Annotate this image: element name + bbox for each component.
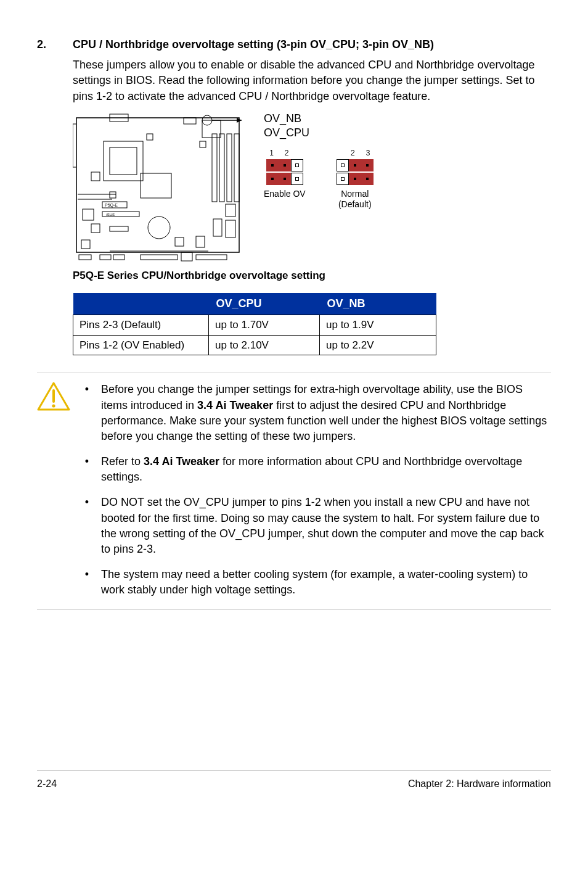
svg-rect-35 <box>113 255 125 260</box>
caution-callout: • Before you change the jumper settings … <box>37 373 551 609</box>
svg-rect-24 <box>91 224 100 233</box>
jumper-label-nb: OV_NB <box>264 112 301 126</box>
callout-bold: 3.4 Ai Tweaker <box>144 455 219 468</box>
row-label: Pins 2-3 (Default) <box>73 315 209 335</box>
jumper-caption-default: (Default) <box>338 199 372 209</box>
table-header-ov-nb: OV_NB <box>320 293 436 315</box>
row-ov-nb: up to 2.2V <box>320 335 436 355</box>
row-ov-cpu: up to 1.70V <box>209 315 320 335</box>
svg-rect-10 <box>212 134 217 202</box>
pin-num: 2 <box>285 148 289 159</box>
callout-item: • DO NOT set the OV_CPU jumper to pins 1… <box>84 495 551 557</box>
motherboard-diagram: P5Q-E /SUS <box>73 112 244 265</box>
jumper-enable-ov: 1 2 Enable OV <box>264 148 306 200</box>
row-ov-cpu: up to 2.10V <box>209 335 320 355</box>
section-title: CPU / Northbridge overvoltage setting (3… <box>73 37 434 52</box>
svg-rect-38 <box>196 255 227 260</box>
row-label: Pins 1-2 (OV Enabled) <box>73 335 209 355</box>
bullet-icon: • <box>84 382 90 444</box>
jumper-normal: 2 3 Normal ( <box>337 148 374 210</box>
svg-rect-0 <box>76 118 239 252</box>
svg-rect-26 <box>110 226 128 231</box>
pin-num: 1 <box>269 148 274 159</box>
table-row: Pins 2-3 (Default) up to 1.70V up to 1.9… <box>73 315 436 335</box>
callout-text: Refer to <box>101 455 144 468</box>
callout-item: • Before you change the jumper settings … <box>84 382 551 444</box>
bullet-icon: • <box>84 454 90 485</box>
jumper-caption-normal: Normal <box>341 189 369 199</box>
svg-rect-19 <box>110 192 116 198</box>
svg-rect-29 <box>196 236 205 247</box>
svg-rect-28 <box>175 237 184 246</box>
callout-text: The system may need a better cooling sys… <box>101 568 528 596</box>
svg-rect-31 <box>213 219 222 236</box>
section-body: These jumpers allow you to enable or dis… <box>73 57 551 104</box>
svg-rect-8 <box>110 147 137 175</box>
pin-num: 3 <box>366 148 370 159</box>
chapter-label: Chapter 2: Hardware information <box>408 777 551 791</box>
diagram-title: P5Q-E Series CPU/Northbridge overvoltage… <box>73 268 551 283</box>
callout-item: • The system may need a better cooling s… <box>84 567 551 598</box>
svg-rect-9 <box>147 134 153 140</box>
pin-num: 2 <box>351 148 355 159</box>
callout-bold: 3.4 Ai Tweaker <box>197 399 273 411</box>
diagram: P5Q-E /SUS OV_NB O <box>73 112 551 265</box>
jumper-label-cpu: OV_CPU <box>264 126 374 140</box>
svg-rect-27 <box>81 240 90 249</box>
voltage-table: OV_CPU OV_NB Pins 2-3 (Default) up to 1.… <box>73 293 436 356</box>
svg-rect-12 <box>227 134 232 202</box>
bullet-icon: • <box>84 495 90 557</box>
svg-text:/SUS: /SUS <box>106 213 115 217</box>
section-number: 2. <box>37 37 54 52</box>
svg-rect-34 <box>100 255 111 260</box>
jumper-legend: OV_NB OV_CPU 1 2 <box>264 112 374 210</box>
svg-rect-13 <box>234 134 239 202</box>
svg-rect-14 <box>200 141 206 147</box>
page-footer: 2-24 Chapter 2: Hardware information <box>37 770 551 791</box>
table-header-ov-cpu: OV_CPU <box>209 293 320 315</box>
svg-rect-16 <box>141 173 171 198</box>
callout-text: DO NOT set the OV_CPU jumper to pins 1-2… <box>101 496 544 555</box>
svg-point-25 <box>148 217 170 239</box>
row-ov-nb: up to 1.9V <box>320 315 436 335</box>
svg-rect-11 <box>219 134 224 202</box>
caution-icon <box>37 382 70 598</box>
callout-item: • Refer to 3.4 Ai Tweaker for more infor… <box>84 454 551 485</box>
svg-rect-2 <box>184 118 196 124</box>
svg-rect-37 <box>181 252 192 261</box>
svg-rect-15 <box>91 172 100 181</box>
svg-rect-32 <box>226 220 235 237</box>
table-header-blank <box>73 293 209 315</box>
svg-rect-23 <box>83 209 94 220</box>
table-row: Pins 1-2 (OV Enabled) up to 2.10V up to … <box>73 335 436 355</box>
svg-rect-30 <box>226 204 235 217</box>
page-number: 2-24 <box>37 777 57 791</box>
svg-point-42 <box>52 405 55 408</box>
svg-rect-33 <box>79 255 91 260</box>
jumper-caption-enable: Enable OV <box>264 189 306 199</box>
svg-rect-36 <box>141 255 178 260</box>
board-label: P5Q-E <box>105 203 118 208</box>
bullet-icon: • <box>84 567 90 598</box>
